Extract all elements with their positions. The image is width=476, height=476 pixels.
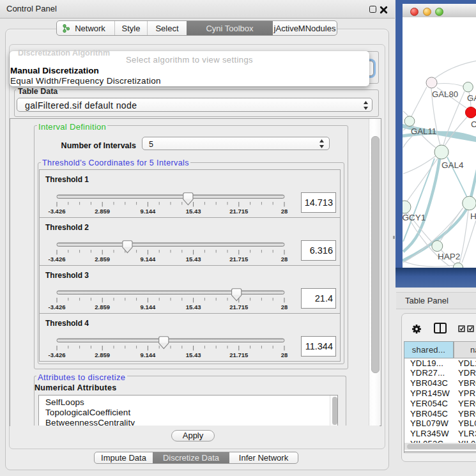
svg-text:GAL11: GAL11 — [411, 127, 436, 136]
svg-text:GAL80: GAL80 — [432, 89, 458, 99]
svg-text:C: C — [471, 119, 476, 129]
svg-text:GCY1: GCY1 — [403, 213, 426, 222]
svg-text:HAP2: HAP2 — [438, 252, 460, 261]
svg-text:H: H — [470, 211, 476, 221]
svg-text:GAL: GAL — [467, 93, 476, 103]
svg-text:GAL4: GAL4 — [441, 160, 464, 170]
